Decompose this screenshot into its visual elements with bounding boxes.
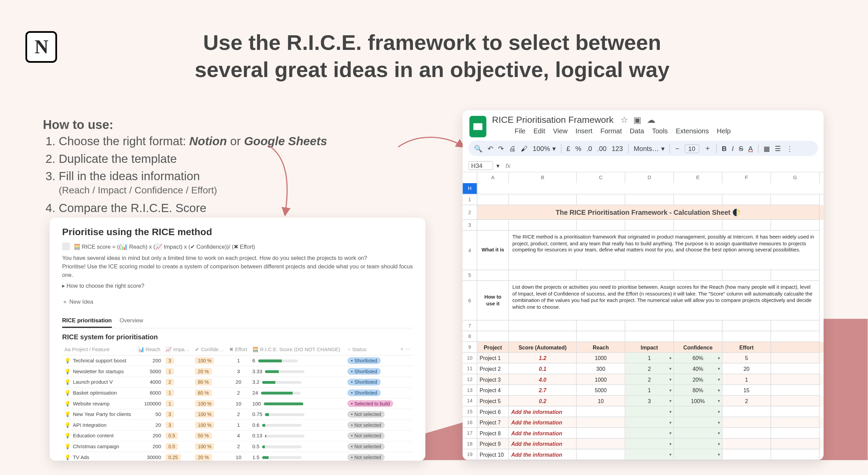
row-header-1[interactable]: 1 — [462, 194, 477, 205]
formula-icon — [62, 243, 70, 250]
sheet-row[interactable]: Project 8Add the information — [477, 428, 824, 439]
star-icon[interactable]: ☆ — [620, 115, 628, 125]
sheet-row[interactable]: Project 6Add the information — [477, 406, 824, 417]
increase-decimal-icon[interactable]: .00 — [597, 145, 607, 152]
font-select[interactable]: Monts… ▾ — [634, 145, 665, 152]
sheet-row[interactable]: Project 20.1300240%20 — [477, 363, 824, 374]
row-header-14[interactable]: 14 — [462, 396, 477, 406]
tab-rice[interactable]: RICE prioritisation — [62, 315, 112, 328]
how-to-use-text: List down the projects or activities you… — [509, 281, 820, 321]
tab-overview[interactable]: Overview — [120, 315, 143, 328]
col-add[interactable]: ＋ ··· — [397, 343, 413, 355]
row-header-5[interactable]: 5 — [462, 270, 477, 281]
col-impact[interactable]: 📈 Impa… — [163, 343, 193, 355]
sheets-doc-title[interactable]: RICE Prioritisation Framework — [492, 115, 613, 125]
merge-icon[interactable]: ☰ — [775, 145, 781, 152]
col-header-B[interactable]: B — [509, 172, 577, 183]
row-header-12[interactable]: 12 — [462, 374, 477, 385]
col-header-C[interactable]: C — [577, 172, 625, 183]
borders-icon[interactable]: ▦ — [764, 145, 770, 152]
sheet-row[interactable]: Project 9Add the information — [477, 439, 824, 450]
row-header-3[interactable]: 3 — [462, 220, 477, 231]
font-size-input[interactable]: 10 — [684, 144, 699, 153]
row-header-8[interactable]: 8 — [462, 331, 477, 342]
row-header-7[interactable]: 7 — [462, 321, 477, 331]
row-header-2[interactable]: 2 — [462, 205, 477, 220]
table-row[interactable]: 💡Website revamp1000001100 %10100 Selecte… — [62, 398, 413, 409]
currency-button[interactable]: £ — [567, 145, 570, 152]
menu-data[interactable]: Data — [630, 127, 644, 135]
row-header-9[interactable]: 9 — [462, 342, 477, 353]
undo-icon[interactable]: ↶ — [488, 145, 493, 152]
sheet-row[interactable]: Project 7Add the information — [477, 417, 824, 428]
col-header-F[interactable]: F — [723, 172, 771, 183]
table-row[interactable]: 💡Launch product V4000280 %203.2 Shortlis… — [62, 377, 413, 387]
col-header-E[interactable]: E — [674, 172, 723, 183]
sheets-grid[interactable]: The RICE Prioritisation Framework - Calc… — [477, 194, 824, 460]
paint-format-icon[interactable]: 🖌 — [521, 145, 528, 152]
zoom-select[interactable]: 100% ▾ — [533, 145, 556, 152]
menu-tools[interactable]: Tools — [652, 127, 668, 135]
menu-extensions[interactable]: Extensions — [676, 127, 709, 135]
headline-line1: Use the R.I.C.E. framework to select bet… — [203, 31, 661, 54]
row-header-13[interactable]: 13 — [462, 385, 477, 396]
row-header-6[interactable]: 6 — [462, 281, 477, 321]
new-idea-button[interactable]: ＋ New Idea — [62, 298, 93, 306]
sheet-row[interactable]: Project 42.75000180%15 — [477, 385, 824, 396]
row-header-4[interactable]: 4 — [462, 231, 477, 270]
menu-view[interactable]: View — [553, 127, 568, 135]
col-confidence[interactable]: ✔ Confide… — [193, 343, 227, 355]
font-size-increase[interactable]: ＋ — [704, 144, 711, 153]
redo-icon[interactable]: ↷ — [498, 145, 504, 152]
decrease-decimal-icon[interactable]: .0 — [586, 145, 592, 152]
bulb-icon: 💡 — [64, 358, 71, 364]
col-header-G[interactable]: G — [771, 172, 820, 183]
table-row[interactable]: 💡TV Ads300000.2520 %101.5 Not selected — [62, 452, 413, 461]
table-row[interactable]: 💡Technical support boost2003100 %16 Shor… — [62, 355, 413, 366]
col-effort[interactable]: ✖ Effort — [227, 343, 250, 355]
number-format-icon[interactable]: 123 — [612, 145, 623, 152]
move-folder-icon[interactable]: ▣ — [633, 115, 641, 125]
sheet-row[interactable]: Project 34.01000220%1 — [477, 374, 824, 385]
text-color-icon[interactable]: A — [748, 145, 753, 152]
menu-help[interactable]: Help — [717, 127, 731, 135]
print-icon[interactable]: 🖨 — [509, 145, 516, 152]
table-row[interactable]: 💡Newsletter for startups5000120 %33.33 S… — [62, 366, 413, 377]
name-box[interactable]: H34 — [468, 161, 493, 170]
menu-file[interactable]: File — [515, 127, 526, 135]
row-header-19[interactable]: 19 — [462, 449, 477, 460]
menu-insert[interactable]: Insert — [575, 127, 592, 135]
row-header-10[interactable]: 10 — [462, 353, 477, 364]
bold-icon[interactable]: B — [722, 145, 727, 152]
table-row[interactable]: 💡Education content2000.550 %40.13 Not se… — [62, 431, 413, 441]
sheet-row[interactable]: Project 11.21000160%5 — [477, 353, 824, 364]
font-size-decrease[interactable]: − — [675, 145, 679, 152]
strike-icon[interactable]: S — [739, 145, 743, 152]
row-header-18[interactable]: 18 — [462, 439, 477, 450]
menu-edit[interactable]: Edit — [533, 127, 545, 135]
notion-toggle[interactable]: ▸ How to choose the right score? — [62, 282, 413, 290]
col-score[interactable]: 🧮 R.I.C.E. Score (DO NOT CHANGE) — [250, 343, 346, 355]
fx-label: fx — [506, 162, 510, 169]
col-header-A[interactable]: A — [477, 172, 509, 183]
sheet-row[interactable]: Project 50.2103100%2 — [477, 396, 824, 406]
search-icon[interactable]: 🔍 — [474, 145, 482, 152]
sheet-row[interactable]: Project 10Add the information — [477, 449, 824, 460]
col-project[interactable]: Aa Project / Feature — [62, 343, 136, 355]
percent-button[interactable]: % — [575, 145, 581, 152]
table-row[interactable]: 💡Basket optimisation6000180 %224 Shortli… — [62, 387, 413, 398]
menu-format[interactable]: Format — [600, 127, 622, 135]
row-header-17[interactable]: 17 — [462, 428, 477, 439]
row-header-15[interactable]: 15 — [462, 406, 477, 417]
col-status[interactable]: ○ Status — [346, 343, 397, 355]
row-header-16[interactable]: 16 — [462, 417, 477, 428]
table-row[interactable]: 💡New Year Party for clients503100 %20.75… — [62, 409, 413, 420]
col-header-D[interactable]: D — [625, 172, 674, 183]
table-row[interactable]: 💡Christmas campaign2000.5100 %20.5 Not s… — [62, 441, 413, 452]
row-header-11[interactable]: 11 — [462, 363, 477, 374]
col-reach[interactable]: 📊 Reach — [136, 343, 163, 355]
italic-icon[interactable]: I — [732, 145, 734, 152]
more-toolbar-icon[interactable]: ⋮ — [786, 145, 793, 152]
col-header-H[interactable]: H — [462, 183, 477, 194]
table-row[interactable]: 💡API Integration203100 %10.6 Not selecte… — [62, 420, 413, 431]
